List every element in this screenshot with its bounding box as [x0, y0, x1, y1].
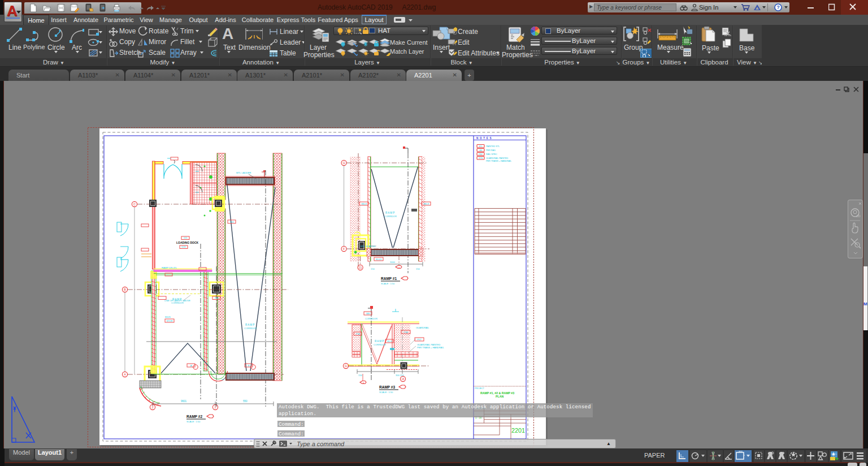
svg-text:2: 2 — [151, 405, 153, 409]
svg-text:STL GRATING: STL GRATING — [361, 245, 375, 248]
svg-text:R A M P: R A M P — [375, 340, 384, 343]
svg-text:2201: 2201 — [511, 427, 525, 434]
svg-text:150: 150 — [416, 267, 420, 270]
svg-text:RAMP #3: RAMP #3 — [379, 385, 395, 389]
svg-text:B: B — [124, 288, 126, 291]
svg-text:GUARDRAIL PAINTED: GUARDRAIL PAINTED — [486, 157, 508, 159]
svg-text:9601: 9601 — [181, 400, 187, 403]
svg-text:SCALE : 1:50: SCALE : 1:50 — [379, 391, 393, 394]
svg-text:C: C — [133, 202, 136, 206]
svg-text:R A M P: R A M P — [385, 212, 394, 214]
svg-text:PER TRANS + HANDRAIL: PER TRANS + HANDRAIL — [486, 160, 511, 162]
svg-text:CORRIDOR: CORRIDOR — [244, 327, 257, 330]
svg-text:21: 21 — [359, 266, 362, 269]
svg-text:3000: 3000 — [390, 261, 396, 264]
svg-text:2D: 2D — [856, 214, 861, 218]
svg-text:S1.0: S1.0 — [387, 340, 392, 343]
svg-text:CORRIDOR: CORRIDOR — [374, 343, 386, 346]
svg-text:?: ? — [776, 5, 780, 10]
svg-text:G: G — [398, 266, 400, 269]
svg-text:P A: P A — [404, 331, 407, 334]
svg-text:PROJECT: PROJECT — [475, 387, 485, 390]
svg-text:G: G — [342, 161, 345, 165]
svg-text:2: 2 — [214, 405, 216, 409]
svg-text:16: 16 — [401, 378, 405, 381]
svg-text:STOR: STOR — [166, 320, 172, 322]
svg-text:SCALE : 1:50: SCALE : 1:50 — [186, 420, 201, 423]
svg-text:150: 150 — [358, 374, 362, 377]
svg-text:RAMP #2: RAMP #2 — [186, 415, 202, 418]
svg-text:S1.01: S1.01 — [376, 258, 382, 261]
svg-text:CORRIDOR: CORRIDOR — [384, 215, 397, 218]
svg-text:P A: P A — [356, 333, 359, 335]
svg-text:G: G — [345, 364, 347, 368]
svg-text:115: 115 — [184, 236, 188, 239]
svg-text:GUARDRAIL: GUARDRAIL — [416, 326, 429, 329]
svg-text:W6.8: W6.8 — [423, 202, 429, 205]
svg-text:B105: B105 — [165, 316, 171, 318]
svg-text:B: B — [248, 364, 250, 367]
svg-text:CORRIDOR: CORRIDOR — [171, 301, 184, 304]
svg-text:RAMP #1: RAMP #1 — [381, 277, 397, 281]
svg-text:PER TRANS + HANDRAIL: PER TRANS + HANDRAIL — [417, 346, 444, 349]
svg-text:MTL LADDER: MTL LADDER — [236, 171, 251, 174]
svg-text:W8: W8 — [366, 312, 370, 315]
svg-text:SCALE : 1:50: SCALE : 1:50 — [381, 282, 395, 285]
svg-text:RAIL SPEC: RAIL SPEC — [486, 153, 497, 156]
svg-text:150: 150 — [371, 267, 375, 270]
svg-text:205: 205 — [215, 296, 219, 299]
svg-text:RAMP DN 4%: RAMP DN 4% — [162, 266, 177, 269]
svg-text:R A M P: R A M P — [172, 298, 181, 301]
svg-text:RTN: RTN — [479, 157, 483, 159]
svg-text:PLAN: PLAN — [496, 395, 504, 398]
svg-text:PNT: PNT — [479, 153, 483, 156]
svg-text:550: 550 — [243, 400, 248, 403]
svg-text:103: 103 — [230, 221, 234, 223]
svg-text:CORRIDOR: CORRIDOR — [365, 317, 377, 320]
svg-text:PAINTED STL: PAINTED STL — [486, 145, 500, 148]
svg-text:GD: GD — [479, 149, 483, 152]
svg-text:PER RAIL: PER RAIL — [486, 149, 496, 152]
svg-text:LOADING DOCK: LOADING DOCK — [176, 241, 199, 244]
svg-text:P5T: P5T — [417, 338, 422, 341]
svg-text:W6.8: W6.8 — [361, 202, 367, 205]
svg-text:R A M P: R A M P — [245, 323, 254, 326]
svg-text:A: A — [124, 373, 126, 376]
svg-text:A: A — [190, 364, 192, 367]
svg-text:D05: D05 — [181, 245, 186, 248]
svg-text:N O T E S: N O T E S — [476, 137, 492, 140]
svg-text:STL: STL — [479, 145, 482, 148]
